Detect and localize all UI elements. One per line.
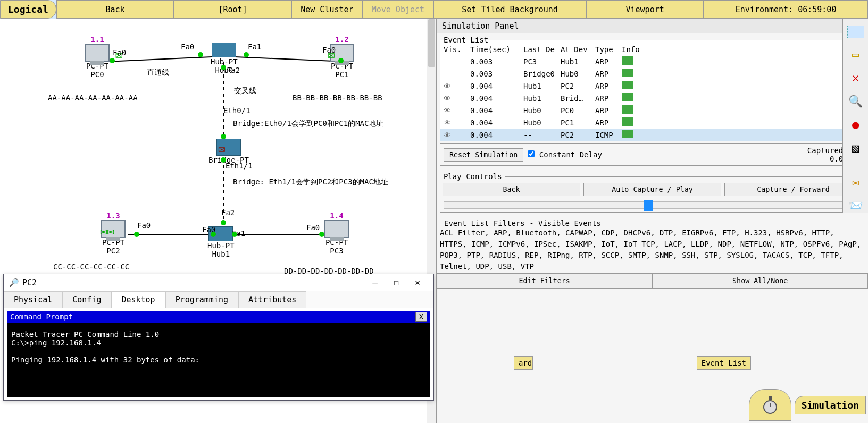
constant-delay-check[interactable]: Constant Delay bbox=[528, 150, 602, 159]
col-vis[interactable]: Vis. bbox=[440, 44, 467, 55]
pc1-name: PC1 bbox=[330, 70, 354, 79]
bridge-eth01: Eth0/1 bbox=[223, 106, 251, 115]
pc2-name: PC2 bbox=[101, 247, 126, 255]
slider-knob[interactable] bbox=[644, 200, 653, 211]
note-cross: 交叉线 bbox=[234, 86, 256, 96]
col-info[interactable]: Info bbox=[619, 44, 640, 55]
simulation-tab[interactable]: Simulation bbox=[749, 389, 866, 421]
event-row[interactable]: 👁0.004Hub0PC0ARP bbox=[440, 104, 855, 116]
port-dot bbox=[198, 52, 203, 57]
simulation-panel: Simulation Panel ◧ ✕ Event List Vis. Tim… bbox=[436, 19, 868, 423]
pc2-titlebar[interactable]: 🔎 PC2 — ☐ ✕ bbox=[4, 274, 433, 291]
tab-programming[interactable]: Programming bbox=[165, 291, 238, 308]
note-top: 直通线 bbox=[147, 68, 169, 78]
device-pc0[interactable]: 1.1 ✉ PC-PT PC0 bbox=[85, 35, 110, 79]
col-last[interactable]: Last De bbox=[520, 44, 557, 55]
bottom-bar-peek[interactable]: ard bbox=[514, 356, 533, 370]
maximize-button[interactable]: ☐ bbox=[386, 277, 407, 287]
device-pc2[interactable]: 1.3 ✉✉ PC-PT PC2 bbox=[101, 212, 126, 255]
back-button[interactable]: Back bbox=[56, 0, 174, 19]
event-row[interactable]: 👁0.004--PC2ICMP bbox=[440, 129, 855, 141]
port-dot bbox=[319, 232, 324, 237]
set-tiled-bg-button[interactable]: Set Tiled Background bbox=[433, 0, 586, 19]
device-pc3[interactable]: 1.4 PC-PT PC3 bbox=[324, 212, 349, 255]
pc0-mac: AA-AA-AA-AA-AA-AA-AA bbox=[48, 94, 138, 102]
event-row[interactable]: 0.003PC3Hub1ARP bbox=[440, 55, 855, 67]
port-dot bbox=[134, 232, 139, 237]
tab-desktop[interactable]: Desktop bbox=[111, 291, 165, 308]
filters-body: ACL Filter, ARP, Bluetooth, CAPWAP, CDP,… bbox=[440, 227, 865, 272]
inspect-tool-icon[interactable]: 🔍 bbox=[848, 94, 863, 108]
sim-controls-row: Reset Simulation Constant Delay Captured… bbox=[440, 143, 865, 166]
terminal-title: Command Prompt bbox=[10, 312, 73, 321]
event-rows[interactable]: 0.003PC3Hub1ARP0.003Bridge0Hub0ARP👁0.004… bbox=[440, 55, 855, 141]
filters-title: Event List Filters - Visible Events bbox=[444, 219, 865, 227]
hub1-name: Hub1 bbox=[207, 250, 235, 258]
pc2-window[interactable]: 🔎 PC2 — ☐ ✕ Physical Config Desktop Prog… bbox=[3, 274, 434, 401]
right-toolbar: ▭ ✕ 🔍 ● ▧ ✉ 📨 bbox=[842, 19, 868, 213]
show-all-none-button[interactable]: Show All/None bbox=[653, 273, 869, 289]
event-row[interactable]: 👁0.004Hub1PC2ARP bbox=[440, 80, 855, 92]
port-dot bbox=[221, 134, 226, 139]
delete-tool-icon[interactable]: ✕ bbox=[848, 70, 863, 85]
top-bar: Logical Back [Root] New Cluster Move Obj… bbox=[0, 0, 868, 19]
select-tool-icon[interactable] bbox=[847, 26, 864, 38]
viewport-button[interactable]: Viewport bbox=[586, 0, 704, 19]
pc-icon bbox=[324, 220, 349, 238]
pc-icon bbox=[85, 44, 110, 62]
port-dot bbox=[221, 157, 226, 163]
hub-icon bbox=[212, 43, 236, 57]
tab-attributes[interactable]: Attributes bbox=[238, 291, 306, 308]
pc2-port: Fa0 bbox=[137, 221, 151, 230]
event-headers: Vis. Time(sec) Last De At Dev Type Info bbox=[440, 44, 864, 55]
sim-title-text: Simulation Panel bbox=[442, 21, 519, 31]
event-row[interactable]: 👁0.004Hub0PC1ARP bbox=[440, 116, 855, 129]
note-tool-icon[interactable]: ▭ bbox=[848, 47, 863, 62]
col-at[interactable]: At Dev bbox=[557, 44, 592, 55]
magnifier-icon: 🔎 bbox=[9, 278, 19, 287]
hub0-fa2: Fa2 bbox=[227, 66, 240, 74]
tab-config[interactable]: Config bbox=[62, 291, 111, 308]
port-dot bbox=[221, 220, 226, 225]
resize-tool-icon[interactable]: ▧ bbox=[848, 140, 863, 155]
stopwatch-icon bbox=[749, 389, 791, 421]
tab-physical[interactable]: Physical bbox=[4, 291, 62, 308]
record-tool-icon[interactable]: ● bbox=[848, 117, 863, 132]
device-pc1[interactable]: 1.2 ✉ PC-PT PC1 bbox=[330, 35, 354, 79]
reset-simulation-button[interactable]: Reset Simulation bbox=[444, 148, 523, 162]
device-bridge[interactable]: ✉ Bridge-PT bbox=[208, 139, 249, 164]
event-row[interactable]: 👁0.004Hub1Brid…ARP bbox=[440, 92, 855, 104]
pc1-port: Fa0 bbox=[322, 46, 336, 54]
hub1-type: Hub-PT bbox=[207, 241, 235, 250]
closed-envelope-icon[interactable]: ✉ bbox=[848, 174, 863, 189]
col-type[interactable]: Type bbox=[592, 44, 619, 55]
close-button[interactable]: ✕ bbox=[407, 277, 428, 287]
pc3-port: Fa0 bbox=[306, 223, 320, 232]
play-slider[interactable] bbox=[444, 201, 861, 209]
edit-filters-button[interactable]: Edit Filters bbox=[437, 273, 653, 289]
event-row[interactable]: 0.003Bridge0Hub0ARP bbox=[440, 67, 855, 80]
root-button[interactable]: [Root] bbox=[174, 0, 291, 19]
logical-tab[interactable]: Logical bbox=[0, 0, 56, 19]
pc2-ip: 1.3 bbox=[101, 212, 126, 220]
envelope-icon: ✉ bbox=[218, 142, 225, 155]
terminal-body[interactable]: Packet Tracer PC Command Line 1.0 C:\>pi… bbox=[7, 323, 430, 397]
play-back-button[interactable]: Back bbox=[443, 183, 580, 196]
bridge-eth11: Eth1/1 bbox=[226, 162, 253, 170]
terminal-close-button[interactable]: X bbox=[415, 312, 427, 322]
event-list-legend: Event List bbox=[440, 36, 491, 44]
auto-capture-button[interactable]: Auto Capture / Play bbox=[583, 183, 721, 196]
pc1-mac: BB-BB-BB-BB-BB-BB-BB bbox=[293, 94, 382, 102]
port-dot bbox=[221, 65, 226, 70]
port-dot bbox=[211, 232, 216, 237]
open-envelope-icon[interactable]: 📨 bbox=[848, 198, 863, 213]
event-list-button[interactable]: Event List bbox=[697, 356, 751, 370]
col-time[interactable]: Time(sec) bbox=[467, 44, 520, 55]
environment-button[interactable]: Environment: 06:59:00 bbox=[704, 0, 868, 19]
event-list-group: Event List Vis. Time(sec) Last De At Dev… bbox=[440, 36, 865, 141]
minimize-button[interactable]: — bbox=[364, 277, 386, 287]
play-controls-group: Play Controls Back Auto Capture / Play C… bbox=[440, 172, 865, 213]
pc2-mac: CC-CC-CC-CC-CC-CC bbox=[53, 263, 129, 271]
new-cluster-button[interactable]: New Cluster bbox=[291, 0, 362, 19]
capture-forward-button[interactable]: Capture / Forward bbox=[724, 183, 862, 196]
